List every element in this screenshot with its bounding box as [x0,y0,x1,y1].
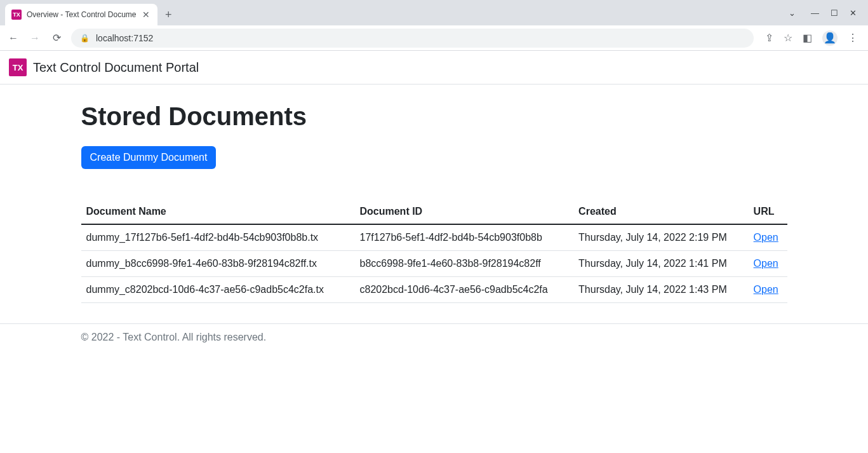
create-dummy-button[interactable]: Create Dummy Document [81,146,217,169]
browser-toolbar: ← → ⟳ 🔒 localhost:7152 ⇪ ☆ ◧ 👤 ⋮ [0,25,868,51]
lock-icon: 🔒 [80,34,90,43]
profile-icon[interactable]: 👤 [822,30,838,46]
app-logo-icon: TX [9,58,27,76]
doc-name: dummy_c8202bcd-10d6-4c37-ae56-c9adb5c4c2… [81,277,355,303]
app-title[interactable]: Text Control Document Portal [33,60,199,75]
page-title: Stored Documents [81,102,787,131]
doc-created: Thursday, July 14, 2022 1:43 PM [573,277,749,303]
open-link[interactable]: Open [754,232,778,243]
doc-id: c8202bcd-10d6-4c37-ae56-c9adb5c4c2fa [354,277,573,303]
doc-id: b8cc6998-9fe1-4e60-83b8-9f28194c82ff [354,251,573,277]
table-row: dummy_17f127b6-5ef1-4df2-bd4b-54cb903f0b… [81,224,787,251]
window-controls: ⌄ — ☐ ✕ [789,8,868,18]
back-icon[interactable]: ← [6,32,20,44]
menu-kebab-icon[interactable]: ⋮ [848,32,858,44]
tab-strip: TX Overview - Text Control Docume ✕ + ⌄ … [0,0,868,25]
app-header: TX Text Control Document Portal [0,51,868,85]
browser-tab[interactable]: TX Overview - Text Control Docume ✕ [5,4,157,25]
share-icon[interactable]: ⇪ [765,32,773,44]
browser-chrome: TX Overview - Text Control Docume ✕ + ⌄ … [0,0,868,51]
minimize-icon[interactable]: — [811,8,819,18]
open-link[interactable]: Open [754,284,778,295]
col-header-created: Created [573,199,749,224]
star-icon[interactable]: ☆ [784,32,792,44]
col-header-name: Document Name [81,199,355,224]
address-bar[interactable]: 🔒 localhost:7152 [71,29,754,48]
doc-id: 17f127b6-5ef1-4df2-bd4b-54cb903f0b8b [354,224,573,251]
doc-name: dummy_17f127b6-5ef1-4df2-bd4b-54cb903f0b… [81,224,355,251]
table-row: dummy_c8202bcd-10d6-4c37-ae56-c9adb5c4c2… [81,277,787,303]
close-window-icon[interactable]: ✕ [850,8,857,18]
doc-name: dummy_b8cc6998-9fe1-4e60-83b8-9f28194c82… [81,251,355,277]
doc-created: Thursday, July 14, 2022 2:19 PM [573,224,749,251]
maximize-icon[interactable]: ☐ [831,8,838,18]
open-link[interactable]: Open [754,258,778,269]
address-text: localhost:7152 [96,33,153,43]
doc-created: Thursday, July 14, 2022 1:41 PM [573,251,749,277]
col-header-id: Document ID [354,199,573,224]
footer-text: © 2022 - Text Control. All rights reserv… [79,324,790,351]
tab-title: Overview - Text Control Docume [27,10,136,19]
tab-favicon-icon: TX [11,10,22,20]
documents-table: Document Name Document ID Created URL du… [81,199,787,303]
main-content: Stored Documents Create Dummy Document D… [79,102,790,303]
col-header-url: URL [749,199,787,224]
new-tab-button[interactable]: + [165,8,172,22]
panel-icon[interactable]: ◧ [803,32,812,44]
table-row: dummy_b8cc6998-9fe1-4e60-83b8-9f28194c82… [81,251,787,277]
chevron-down-icon[interactable]: ⌄ [789,8,799,18]
reload-icon[interactable]: ⟳ [50,32,63,44]
forward-icon: → [28,32,42,44]
close-tab-icon[interactable]: ✕ [141,8,151,21]
